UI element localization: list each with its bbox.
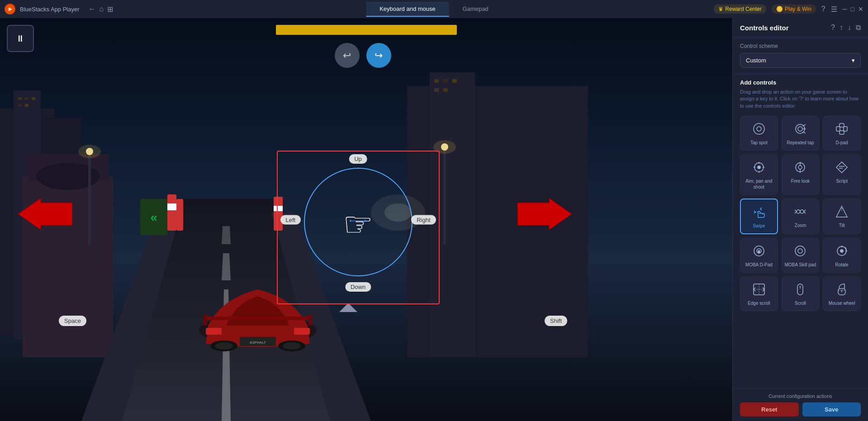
swipe-control-overlay[interactable]: ← → ☞ Up Down Left Right <box>277 151 440 304</box>
control-moba-skill[interactable]: MOBA Skill pad <box>782 238 820 273</box>
app-name: BlueStacks App Player <box>20 6 80 13</box>
panel-title: Controls editor <box>740 24 789 32</box>
svg-rect-4 <box>18 97 22 100</box>
edge-scroll-icon <box>751 281 767 298</box>
add-controls-section: Add controls Drag and drop an action on … <box>733 74 868 388</box>
svg-rect-7 <box>18 104 22 107</box>
zoom-label: Zoom <box>795 222 806 228</box>
tap-spot-label: Tap spot <box>750 140 768 146</box>
svg-rect-33 <box>167 194 176 231</box>
repeated-tap-icon <box>792 121 808 137</box>
crown-icon: ♛ <box>718 6 723 12</box>
nav-icons: ← ⌂ ⊞ <box>89 5 114 14</box>
control-free-look[interactable]: Free look <box>782 154 820 195</box>
panel-download-icon[interactable]: ↓ <box>848 24 851 32</box>
scheme-value: Custom <box>746 57 766 64</box>
tap-spot-icon <box>751 121 767 137</box>
swipe-circle: ← → ☞ <box>304 168 413 276</box>
panel-header-icons: ? ↑ ↓ ⧉ <box>831 24 861 32</box>
svg-rect-60 <box>840 131 844 134</box>
svg-point-58 <box>798 127 802 131</box>
svg-marker-79 <box>836 206 847 217</box>
panel-header: Controls editor ? ↑ ↓ ⧉ <box>733 18 868 38</box>
aim-pan-icon <box>751 159 767 175</box>
svg-rect-61 <box>836 127 840 131</box>
scheme-label: Control scheme <box>740 43 861 49</box>
control-aim-pan[interactable]: Aim, pan and shoot <box>740 154 778 195</box>
svg-marker-73 <box>836 162 847 173</box>
svg-rect-6 <box>32 97 35 100</box>
moba-dpad-label: MOBA D-Pad <box>745 262 773 268</box>
script-label: Script <box>836 178 848 184</box>
help-icon[interactable]: ? <box>821 5 825 13</box>
right-controls: ♛ Reward Center 🪙 Play & Win ? ☰ ─ □ ✕ <box>714 5 863 14</box>
svg-marker-53 <box>18 198 72 230</box>
svg-rect-19 <box>452 79 457 83</box>
control-mouse-wheel[interactable]: Mouse wheel <box>823 276 861 311</box>
nav-right-button[interactable]: ↪ <box>366 43 391 68</box>
home-icon[interactable]: ⌂ <box>100 5 104 14</box>
control-edge-scroll[interactable]: Edge scroll <box>740 276 778 311</box>
svg-rect-49 <box>308 314 312 326</box>
panel-help-icon[interactable]: ? <box>831 24 835 32</box>
control-zoom[interactable]: Zoom <box>782 199 820 234</box>
reward-center-button[interactable]: ♛ Reward Center <box>714 5 766 14</box>
config-actions-title: Current configuration actions <box>740 393 861 399</box>
svg-point-14 <box>78 145 101 158</box>
mouse-wheel-label: Mouse wheel <box>829 300 855 306</box>
control-moba-dpad[interactable]: 6 MOBA D-Pad <box>740 238 778 273</box>
nav-left-button[interactable]: ↩ <box>335 43 360 68</box>
right-arrow-indicator <box>517 196 572 239</box>
svg-text:6: 6 <box>758 250 760 254</box>
app-logo: ▶ <box>5 4 15 14</box>
panel-upload-icon[interactable]: ↑ <box>840 24 843 32</box>
menu-icon[interactable]: ☰ <box>831 5 837 14</box>
tab-keyboard[interactable]: Keyboard and mouse <box>366 2 449 17</box>
save-button[interactable]: Save <box>802 402 861 416</box>
left-arrow-indicator <box>18 196 72 239</box>
svg-rect-48 <box>204 314 207 326</box>
control-scroll[interactable]: Scroll <box>782 276 820 311</box>
tab-gamepad[interactable]: Gamepad <box>449 2 502 17</box>
panel-copy-icon[interactable]: ⧉ <box>856 24 861 32</box>
svg-rect-18 <box>443 79 448 83</box>
svg-rect-12 <box>88 154 91 244</box>
play-win-button[interactable]: 🪙 Play & Win <box>772 5 816 14</box>
chevron-down-icon: ▾ <box>852 57 855 64</box>
right-swipe-arrow: → <box>359 215 369 227</box>
pause-button[interactable]: ⏸ <box>7 25 34 52</box>
minimize-icon[interactable]: ─ <box>843 5 847 13</box>
tab-container: Keyboard and mouse Gamepad <box>366 2 502 17</box>
maximize-icon[interactable]: □ <box>851 5 854 13</box>
svg-rect-59 <box>840 123 844 127</box>
footer-buttons: Reset Save <box>740 402 861 416</box>
left-direction-label: Left <box>280 215 301 224</box>
reset-button[interactable]: Reset <box>740 402 799 416</box>
control-d-pad[interactable]: D-pad <box>823 116 861 151</box>
svg-rect-22 <box>443 149 446 244</box>
control-tap-spot[interactable]: Tap spot <box>740 116 778 151</box>
svg-rect-93 <box>797 284 803 295</box>
control-tilt[interactable]: Tilt <box>823 199 861 234</box>
svg-rect-17 <box>434 79 439 83</box>
moba-skill-label: MOBA Skill pad <box>785 262 816 268</box>
svg-point-56 <box>757 127 761 131</box>
control-swipe[interactable]: Swipe <box>740 199 778 234</box>
svg-rect-39 <box>206 328 222 335</box>
nav-left-icon: ↩ <box>343 50 351 61</box>
svg-point-85 <box>798 249 802 253</box>
svg-rect-40 <box>294 328 310 335</box>
svg-rect-5 <box>25 97 28 100</box>
pause-icon: ⏸ <box>16 33 25 44</box>
svg-rect-62 <box>844 127 847 131</box>
close-icon[interactable]: ✕ <box>858 5 863 13</box>
control-repeated-tap[interactable]: Repeated tap <box>782 116 820 151</box>
windows-icon[interactable]: ⊞ <box>107 5 113 14</box>
back-icon[interactable]: ← <box>89 5 96 14</box>
control-script[interactable]: Script <box>823 154 861 195</box>
svg-rect-35 <box>176 199 183 231</box>
control-rotate[interactable]: Rotate <box>823 238 861 273</box>
svg-marker-28 <box>222 226 231 244</box>
scheme-select[interactable]: Custom ▾ <box>740 53 861 68</box>
game-viewport: « <box>0 18 732 421</box>
